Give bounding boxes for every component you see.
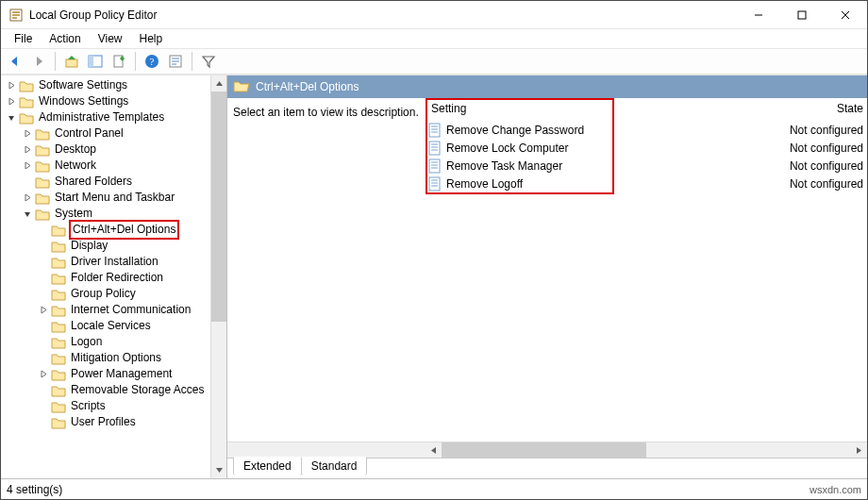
tab-extended[interactable]: Extended — [233, 457, 302, 475]
tree-item-ctrl-alt-del[interactable]: Ctrl+Alt+Del Options — [37, 222, 210, 238]
svg-rect-2 — [12, 14, 20, 16]
tree-item-desktop[interactable]: Desktop — [21, 142, 210, 158]
setting-state: Not configured — [790, 142, 863, 155]
tree-item-driver-installation[interactable]: Driver Installation — [37, 254, 210, 270]
expander-blank — [37, 384, 50, 397]
description-prompt: Select an item to view its description. — [233, 106, 419, 119]
forward-button[interactable] — [28, 51, 49, 72]
column-header-setting[interactable]: Setting — [426, 98, 737, 119]
folder-icon — [51, 224, 66, 237]
minimize-button[interactable] — [737, 1, 780, 28]
back-button[interactable] — [5, 51, 25, 72]
tree-vertical-scrollbar[interactable] — [210, 75, 226, 478]
tree-label: Internet Communication — [69, 302, 192, 318]
expander-blank — [37, 352, 50, 365]
tree-item-scripts[interactable]: Scripts — [37, 398, 210, 414]
scroll-thumb[interactable] — [442, 442, 646, 458]
tree[interactable]: Software Settings Windows Settings Admi — [3, 77, 210, 430]
expander-icon[interactable] — [5, 79, 18, 92]
tree-item-display[interactable]: Display — [37, 238, 210, 254]
expander-icon[interactable] — [5, 95, 18, 108]
expander-icon[interactable] — [21, 127, 34, 141]
tab-standard[interactable]: Standard — [301, 457, 368, 475]
policy-item-icon — [427, 141, 442, 156]
tree-item-shared-folders[interactable]: Shared Folders — [21, 174, 210, 190]
watermark: wsxdn.com — [810, 484, 861, 495]
status-text: 4 setting(s) — [7, 483, 62, 496]
scroll-track[interactable] — [442, 442, 851, 458]
menu-action[interactable]: Action — [42, 31, 88, 46]
close-button[interactable] — [824, 1, 867, 28]
tree-item-network[interactable]: Network — [21, 158, 210, 174]
app-icon — [8, 8, 24, 23]
expander-icon[interactable] — [21, 159, 34, 173]
body: Software Settings Windows Settings Admi — [1, 75, 867, 478]
expander-open-icon[interactable] — [21, 208, 34, 221]
expander-icon[interactable] — [37, 304, 50, 317]
tree-item-control-panel[interactable]: Control Panel — [21, 125, 210, 142]
menu-help[interactable]: Help — [132, 31, 171, 46]
folder-icon — [51, 256, 66, 269]
tree-item-logon[interactable]: Logon — [37, 334, 210, 350]
tree-item-removable-storage[interactable]: Removable Storage Acces — [37, 382, 210, 398]
tree-item-admin-templates[interactable]: Administrative Templates — [5, 109, 210, 125]
list-item[interactable]: Remove Lock Computer Not configured — [426, 139, 867, 157]
maximize-button[interactable] — [780, 1, 824, 28]
tree-item-group-policy[interactable]: Group Policy — [37, 286, 210, 302]
tree-label: Removable Storage Acces — [69, 382, 206, 398]
list-item[interactable]: Remove Task Manager Not configured — [426, 157, 867, 175]
setting-name: Remove Change Password — [446, 124, 584, 137]
scroll-track[interactable] — [211, 92, 226, 462]
setting-name: Remove Logoff — [446, 177, 523, 191]
export-button[interactable] — [108, 51, 129, 72]
folder-icon — [35, 127, 50, 141]
tree-label: Folder Redirection — [69, 270, 165, 286]
expander-icon[interactable] — [21, 192, 34, 205]
folder-header-title: Ctrl+Alt+Del Options — [256, 80, 359, 93]
expander-icon[interactable] — [37, 368, 50, 381]
tree-item-user-profiles[interactable]: User Profiles — [37, 414, 210, 430]
tree-item-start-menu-taskbar[interactable]: Start Menu and Taskbar — [21, 190, 210, 206]
tree-item-folder-redirection[interactable]: Folder Redirection — [37, 270, 210, 286]
scroll-right-arrow[interactable] — [851, 442, 867, 458]
help-button[interactable]: ? — [142, 51, 162, 72]
column-header-state[interactable]: State — [737, 98, 867, 119]
menu-file[interactable]: File — [7, 31, 40, 46]
svg-rect-30 — [429, 177, 440, 191]
list-header: Setting State — [426, 98, 867, 119]
folder-icon — [51, 352, 66, 365]
list-item[interactable]: Remove Change Password Not configured — [426, 121, 867, 139]
expander-open-icon[interactable] — [5, 111, 18, 125]
scroll-thumb[interactable] — [211, 92, 226, 322]
window-buttons — [737, 1, 867, 28]
tree-label: Logon — [69, 334, 104, 350]
tree-item-locale-services[interactable]: Locale Services — [37, 318, 210, 334]
filter-button[interactable] — [198, 51, 219, 72]
tree-label: Locale Services — [69, 318, 153, 334]
toolbar: ? — [1, 48, 867, 75]
list-horizontal-scrollbar[interactable] — [227, 442, 867, 458]
tree-item-windows-settings[interactable]: Windows Settings — [5, 93, 210, 109]
tree-item-mitigation-options[interactable]: Mitigation Options — [37, 350, 210, 366]
show-hide-tree-button[interactable] — [85, 51, 106, 72]
tree-item-power-management[interactable]: Power Management — [37, 366, 210, 382]
toolbar-separator — [135, 52, 136, 71]
tree-item-software-settings[interactable]: Software Settings — [5, 77, 210, 93]
scroll-down-arrow[interactable] — [211, 462, 226, 478]
expander-icon[interactable] — [21, 143, 34, 157]
svg-rect-5 — [798, 11, 806, 19]
tree-label: Desktop — [53, 142, 98, 158]
up-button[interactable] — [61, 51, 82, 72]
folder-icon — [51, 400, 66, 413]
scroll-up-arrow[interactable] — [211, 75, 226, 92]
folder-icon — [51, 320, 66, 333]
tree-label: User Profiles — [69, 414, 138, 430]
menu-view[interactable]: View — [91, 31, 130, 46]
list-item[interactable]: Remove Logoff Not configured — [426, 175, 867, 192]
folder-icon — [51, 240, 66, 253]
scroll-left-arrow[interactable] — [426, 442, 442, 458]
folder-icon — [51, 288, 66, 301]
tree-item-internet-communication[interactable]: Internet Communication — [37, 302, 210, 318]
svg-rect-22 — [429, 142, 440, 155]
properties-button[interactable] — [165, 51, 186, 72]
